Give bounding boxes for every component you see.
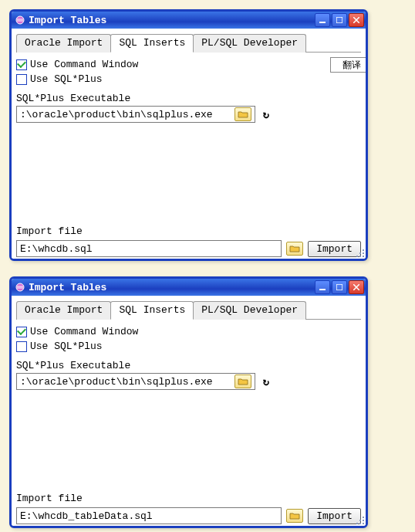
resize-grip[interactable] bbox=[355, 248, 364, 257]
tab-oracle-import[interactable]: Oracle Import bbox=[16, 34, 111, 53]
resize-grip[interactable] bbox=[355, 515, 364, 524]
sqlplus-browse-button[interactable] bbox=[234, 374, 251, 388]
minimize-button[interactable] bbox=[315, 280, 330, 294]
app-icon bbox=[15, 15, 25, 25]
svg-rect-9 bbox=[336, 284, 342, 290]
maximize-button[interactable] bbox=[332, 280, 347, 294]
close-button[interactable] bbox=[349, 280, 364, 294]
import-file-label: Import file bbox=[16, 225, 361, 237]
use-command-window-checkbox[interactable] bbox=[16, 327, 27, 337]
sqlplus-executable-field[interactable]: :\oracle\product\bin\sqlplus.exe bbox=[16, 373, 255, 390]
sqlplus-executable-value: :\oracle\product\bin\sqlplus.exe bbox=[20, 109, 213, 120]
svg-rect-7 bbox=[17, 286, 23, 289]
tab-strip: Oracle Import SQL Inserts PL/SQL Develop… bbox=[16, 33, 361, 53]
tab-plsql-developer[interactable]: PL/SQL Developer bbox=[193, 301, 306, 320]
use-command-window-checkbox[interactable] bbox=[16, 59, 27, 70]
app-icon bbox=[15, 282, 25, 293]
sqlplus-executable-field[interactable]: :\oracle\product\bin\sqlplus.exe bbox=[16, 106, 255, 123]
import-file-value: E:\whcdb_tableData.sql bbox=[20, 510, 153, 522]
tab-plsql-developer[interactable]: PL/SQL Developer bbox=[193, 34, 306, 53]
use-command-window-label: Use Command Window bbox=[30, 326, 138, 337]
import-file-value: E:\whcdb.sql bbox=[20, 243, 93, 255]
use-sqlplus-label: Use SQL*Plus bbox=[30, 341, 103, 352]
use-command-window-label: Use Command Window bbox=[30, 59, 138, 70]
titlebar[interactable]: Import Tables bbox=[12, 12, 366, 29]
close-button[interactable] bbox=[349, 13, 364, 27]
sqlplus-browse-button[interactable] bbox=[234, 107, 251, 121]
tab-oracle-import[interactable]: Oracle Import bbox=[16, 301, 111, 320]
import-file-browse-button[interactable] bbox=[286, 509, 303, 523]
minimize-button[interactable] bbox=[315, 13, 330, 27]
tab-sql-inserts[interactable]: SQL Inserts bbox=[110, 301, 194, 320]
use-sqlplus-checkbox[interactable] bbox=[16, 341, 27, 352]
use-sqlplus-label: Use SQL*Plus bbox=[30, 73, 103, 85]
sqlplus-executable-label: SQL*Plus Executable bbox=[16, 93, 361, 104]
svg-rect-1 bbox=[17, 19, 23, 22]
tab-strip: Oracle Import SQL Inserts PL/SQL Develop… bbox=[16, 300, 361, 320]
svg-rect-3 bbox=[336, 17, 342, 23]
tab-sql-inserts[interactable]: SQL Inserts bbox=[110, 34, 194, 53]
use-sqlplus-checkbox[interactable] bbox=[16, 74, 27, 85]
import-button[interactable]: Import bbox=[308, 508, 361, 524]
import-button[interactable]: Import bbox=[308, 241, 361, 257]
import-file-label: Import file bbox=[16, 493, 361, 504]
maximize-button[interactable] bbox=[332, 13, 347, 27]
sqlplus-executable-value: :\oracle\product\bin\sqlplus.exe bbox=[20, 376, 213, 388]
window-title: Import Tables bbox=[29, 15, 315, 26]
reload-icon[interactable]: ↻ bbox=[260, 375, 272, 388]
sqlplus-executable-label: SQL*Plus Executable bbox=[16, 360, 361, 371]
import-file-browse-button[interactable] bbox=[286, 242, 303, 256]
reload-icon[interactable]: ↻ bbox=[260, 108, 272, 120]
svg-rect-2 bbox=[319, 22, 326, 23]
window-title: Import Tables bbox=[29, 282, 315, 293]
import-tables-window: Import Tables Oracle Import SQL Inserts … bbox=[9, 9, 368, 261]
import-file-field[interactable]: E:\whcdb_tableData.sql bbox=[16, 507, 282, 524]
import-tables-window: Import Tables Oracle Import SQL Inserts … bbox=[9, 276, 368, 528]
translate-button[interactable]: 翻译 bbox=[330, 57, 368, 73]
import-file-field[interactable]: E:\whcdb.sql bbox=[16, 240, 282, 257]
svg-rect-8 bbox=[319, 289, 326, 290]
titlebar[interactable]: Import Tables bbox=[12, 279, 366, 296]
